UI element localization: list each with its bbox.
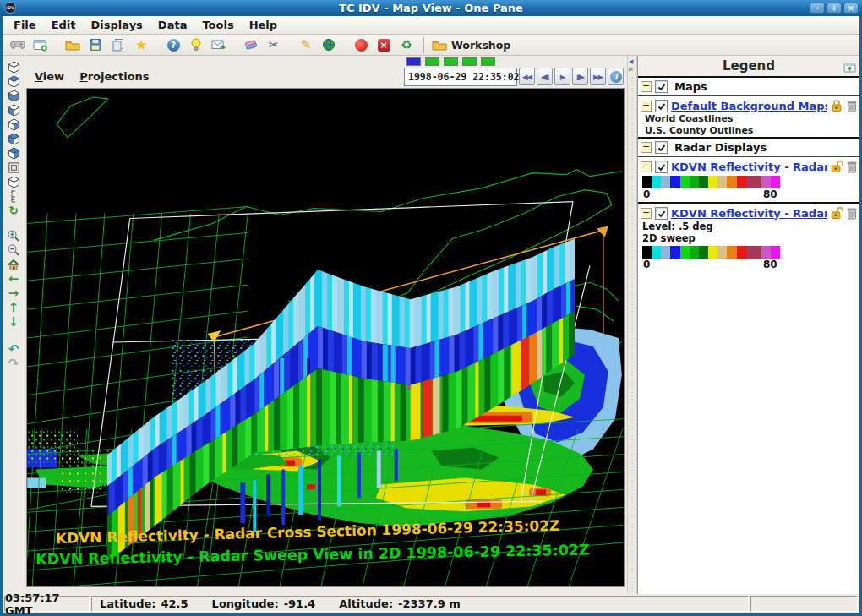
new-window-icon[interactable] (32, 36, 49, 53)
collapse-cross-section-button[interactable]: − (641, 161, 652, 172)
camera-iso-icon[interactable] (4, 60, 23, 74)
radar-cross-section-link[interactable]: KDVN Reflectivity - Radar C... (671, 161, 827, 173)
time-select-dropdown[interactable]: 1998-06-29 22:35:02Z ▼ (404, 68, 517, 86)
undock-legend-icon[interactable] (843, 60, 856, 76)
collapse-maps-button[interactable]: − (641, 81, 652, 92)
step-forward-button[interactable]: ▮▶ (572, 68, 588, 85)
lock-open-icon[interactable] (831, 160, 843, 173)
cursor-position-readout: Latitude:42.5 Longitude:-91.4 Altitude:-… (91, 596, 749, 612)
colorbar-segment (661, 246, 670, 259)
go-last-button[interactable]: ▶▶ (590, 68, 606, 85)
home-view-icon[interactable] (4, 258, 23, 271)
pan-up-icon[interactable]: ↑ (4, 301, 23, 314)
altitude-value: -2337.9 m (398, 597, 461, 610)
title-bar[interactable]: IDV TC IDV - Map View - One Pane – + × (0, 0, 862, 16)
zoom-out-icon[interactable] (4, 243, 23, 257)
go-first-button[interactable]: ◀◀ (519, 68, 535, 85)
menu-data[interactable]: Data (150, 17, 195, 33)
trash-icon[interactable] (847, 161, 857, 173)
longitude-value: -91.4 (284, 597, 315, 610)
sweep-colorbar[interactable]: 0 80 (642, 246, 789, 271)
select-region-icon[interactable] (4, 161, 23, 174)
time-marker-0[interactable] (406, 57, 421, 66)
cross-section-colorbar[interactable]: 0 80 (642, 176, 789, 201)
default-maps-checkbox[interactable] (655, 100, 668, 112)
favorite-icon[interactable]: ★ (133, 36, 150, 53)
animation-properties-button[interactable]: i (608, 68, 624, 85)
camera-right-icon[interactable] (4, 117, 23, 131)
colorbar-min: 0 (643, 259, 650, 270)
maximize-button[interactable]: + (827, 3, 842, 14)
zoom-in-icon[interactable] (4, 229, 23, 243)
collapse-default-maps-button[interactable]: − (641, 101, 652, 112)
globe-icon[interactable] (320, 36, 337, 53)
sweep-checkbox[interactable] (655, 207, 668, 220)
menu-edit[interactable]: Edit (44, 17, 84, 33)
colorbar-segment (652, 176, 661, 188)
camera-left-icon[interactable] (4, 103, 23, 117)
tool-bar: ★?✂✎ ×♻Workshop (3, 35, 859, 56)
workshop-button[interactable]: Workshop (432, 39, 510, 52)
radar-displays-section: − Radar Displays − KDVN Reflectivity - R… (638, 137, 859, 271)
minimize-button[interactable]: – (810, 3, 825, 14)
help-icon[interactable]: ? (165, 36, 182, 53)
time-marker-4[interactable] (481, 57, 495, 66)
pan-left-icon[interactable]: ← (4, 272, 23, 286)
colorbar-segment (761, 246, 771, 259)
menu-projections[interactable]: Projections (72, 68, 156, 84)
lock-open-icon[interactable] (831, 206, 843, 220)
time-marker-1[interactable] (425, 57, 439, 66)
map-layer-label: U.S. County Outlines (645, 125, 859, 137)
close-button[interactable]: × (843, 3, 859, 14)
rotate-view-icon[interactable] (4, 175, 23, 188)
legend-splitter[interactable]: ◀ ▶ (627, 56, 637, 594)
undo-icon[interactable]: ↶ (4, 342, 23, 356)
colorbar-segment (652, 246, 661, 259)
support-icon[interactable] (210, 36, 227, 53)
cross-section-checkbox[interactable] (655, 161, 668, 173)
time-marker-3[interactable] (462, 57, 477, 66)
lock-icon[interactable] (831, 99, 843, 112)
pan-down-icon[interactable]: ↓ (4, 315, 23, 329)
colorbar-segment (737, 246, 746, 259)
collapse-left-icon[interactable]: ◀ (629, 59, 633, 65)
default-background-maps-link[interactable]: Default Background Maps (671, 100, 827, 112)
step-back-button[interactable]: ◀▮ (537, 68, 553, 85)
auto-rotate-icon[interactable]: ↻ (4, 204, 23, 217)
menu-tools[interactable]: Tools (194, 17, 241, 33)
camera-front-icon[interactable] (4, 132, 23, 145)
menu-displays[interactable]: Displays (84, 17, 150, 33)
map-view-canvas[interactable]: KDVN Reflectivity - Radar Cross Section … (26, 88, 625, 587)
maps-visibility-checkbox[interactable] (655, 80, 668, 93)
record-icon[interactable] (352, 36, 369, 53)
edit-icon[interactable]: ✎ (297, 36, 314, 53)
radar-visibility-checkbox[interactable] (655, 141, 668, 154)
redo-icon[interactable]: ↷ (4, 357, 23, 370)
save-icon[interactable] (87, 36, 104, 53)
radar-sweep-link[interactable]: KDVN Reflectivity - Radar S... (671, 207, 827, 220)
cancel-icon[interactable]: × (375, 36, 392, 53)
play-button[interactable]: ▶ (554, 68, 570, 85)
trash-icon[interactable] (847, 100, 857, 112)
refresh-icon[interactable]: ♻ (398, 36, 415, 53)
collapse-radar-button[interactable]: − (641, 142, 652, 153)
menu-help[interactable]: Help (242, 17, 285, 33)
eraser-icon[interactable] (243, 36, 259, 53)
copy-icon[interactable] (110, 36, 127, 53)
camera-top-icon[interactable] (4, 74, 23, 88)
expand-right-icon[interactable]: ▶ (629, 67, 633, 73)
dashboard-icon[interactable] (9, 36, 26, 53)
tip-icon[interactable] (188, 36, 205, 53)
collapse-sweep-button[interactable]: − (641, 208, 652, 219)
camera-back-icon[interactable] (4, 146, 23, 160)
vertical-scale-icon[interactable] (4, 189, 23, 203)
open-folder-icon[interactable] (64, 36, 81, 53)
menu-view[interactable]: View (27, 68, 72, 84)
time-marker-2[interactable] (444, 57, 458, 66)
trash-icon[interactable] (847, 207, 857, 220)
menu-file[interactable]: File (6, 17, 44, 33)
pan-right-icon[interactable]: → (4, 286, 23, 300)
colorbar-segment (737, 176, 746, 188)
camera-bottom-icon[interactable] (4, 89, 23, 102)
cut-icon[interactable]: ✂ (265, 36, 282, 53)
